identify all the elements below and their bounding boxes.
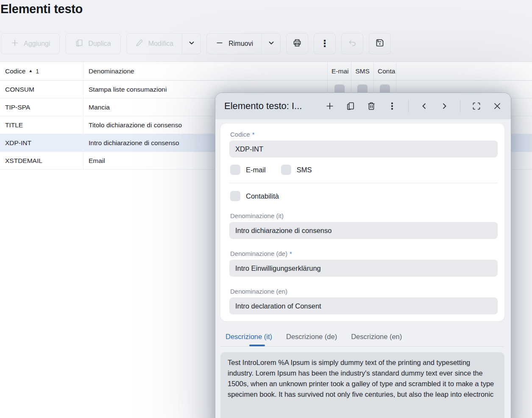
codice-input[interactable]: XDP-INT <box>229 140 498 157</box>
checkbox-row-contabilita: Contabilità <box>230 191 498 201</box>
description-textarea[interactable]: Test IntroLorem %A Ipsum is simply dummy… <box>220 352 504 418</box>
pencil-icon <box>135 39 144 49</box>
dialog-title: Elemento testo: I... <box>224 101 302 112</box>
cell-codice: XSTDEMAIL <box>0 152 84 169</box>
den-de-field: Denominazione (de)* Intro Einwilligungse… <box>229 250 498 277</box>
den-en-input[interactable]: Intro declaration of Consent <box>229 297 498 314</box>
cell-codice: XDP-INT <box>0 134 84 151</box>
contabilita-checkbox-label: Contabilità <box>246 192 279 200</box>
chevron-down-icon <box>267 39 275 48</box>
checkbox-icon[interactable] <box>230 165 240 175</box>
chevron-right-icon[interactable] <box>440 102 448 110</box>
plus-icon[interactable] <box>325 101 334 111</box>
den-it-input[interactable]: Intro dichiarazione di consenso <box>229 222 498 239</box>
header-divider <box>408 100 409 112</box>
grid-header-row: Codice ▲ 1 Denominazione E-mai SMS Conta <box>0 62 532 81</box>
checkbox-row-email-sms: E-mail SMS <box>230 165 498 175</box>
more-options-button[interactable]: ⋮ <box>314 33 336 54</box>
edit-button-label: Modifica <box>148 40 174 48</box>
copy-icon <box>75 39 84 49</box>
checkbox-icon[interactable] <box>281 165 291 175</box>
cell-codice: TITLE <box>0 116 84 134</box>
trash-icon[interactable] <box>367 101 376 111</box>
duplicate-button[interactable]: Duplica <box>65 33 120 54</box>
column-header-contabilita[interactable]: Conta <box>374 62 396 80</box>
save-icon <box>375 38 384 49</box>
edit-dropdown-button[interactable] <box>182 34 201 54</box>
header-divider <box>460 100 460 112</box>
edit-button[interactable]: Modifica <box>127 34 182 54</box>
sms-checkbox-item: SMS <box>281 165 312 175</box>
kebab-icon: ⋮ <box>320 39 329 48</box>
tab-descrizione-en[interactable]: Descrizione (en) <box>351 333 402 346</box>
email-checkbox-label: E-mail <box>246 166 266 174</box>
den-en-field: Denominazione (en) Intro declaration of … <box>229 288 498 314</box>
den-de-label: Denominazione (de)* <box>230 250 498 257</box>
required-marker: * <box>252 131 255 138</box>
fullscreen-icon[interactable] <box>472 101 481 111</box>
sms-checkbox-label: SMS <box>297 166 312 174</box>
den-de-input[interactable]: Intro Einwilligungserklärung <box>229 260 498 277</box>
close-icon[interactable] <box>493 101 502 111</box>
dialog-header: Elemento testo: I... <box>215 93 511 119</box>
copy-icon[interactable] <box>346 101 355 111</box>
chevron-down-icon <box>188 39 195 48</box>
minus-icon <box>215 39 224 49</box>
toolbar: Aggiungi Duplica Modifica Rimuovi <box>1 33 391 54</box>
page-title: Elementi testo <box>0 2 83 16</box>
description-tabs: Descrizione (it) Descrizione (de) Descri… <box>215 321 511 346</box>
print-button[interactable] <box>286 33 308 54</box>
column-header-filler <box>396 62 532 80</box>
dialog-header-actions <box>325 100 502 112</box>
edit-split-button: Modifica <box>126 33 201 54</box>
remove-button[interactable]: Rimuovi <box>207 34 262 54</box>
codice-field-label: Codice* <box>230 131 498 138</box>
card-divider <box>229 183 498 183</box>
plus-icon <box>11 39 19 49</box>
add-button[interactable]: Aggiungi <box>1 33 60 54</box>
undo-button[interactable] <box>341 33 363 54</box>
contabilita-checkbox-item: Contabilità <box>230 191 279 201</box>
tab-descrizione-de[interactable]: Descrizione (de) <box>286 333 337 346</box>
kebab-icon[interactable] <box>387 101 397 111</box>
sort-order-badge: 1 <box>36 68 39 75</box>
remove-button-label: Rimuovi <box>228 40 253 48</box>
add-button-label: Aggiungi <box>24 40 50 48</box>
column-header-denominazione[interactable]: Denominazione <box>84 62 328 80</box>
tab-descrizione-it[interactable]: Descrizione (it) <box>226 333 272 346</box>
column-header-codice[interactable]: Codice ▲ 1 <box>0 62 84 80</box>
duplicate-button-label: Duplica <box>88 40 111 48</box>
tabs-baseline <box>220 346 504 347</box>
column-header-email[interactable]: E-mai <box>328 62 351 80</box>
undo-icon <box>348 38 357 49</box>
column-header-sms[interactable]: SMS <box>351 62 374 80</box>
sort-asc-icon: ▲ <box>28 68 33 73</box>
printer-icon <box>292 38 302 49</box>
detail-dialog: Elemento testo: I... <box>215 93 511 418</box>
save-button[interactable] <box>369 33 391 54</box>
required-marker: * <box>290 250 292 257</box>
chevron-left-icon[interactable] <box>420 102 429 110</box>
den-en-label: Denominazione (en) <box>230 288 498 295</box>
cell-codice: CONSUM <box>0 81 84 98</box>
email-checkbox-item: E-mail <box>230 165 266 175</box>
active-tab-indicator <box>249 345 265 346</box>
remove-dropdown-button[interactable] <box>262 34 280 54</box>
den-it-label: Denominazione (it) <box>230 212 498 219</box>
remove-split-button: Rimuovi <box>206 33 281 54</box>
column-header-codice-label: Codice <box>5 67 25 75</box>
cell-codice: TIP-SPA <box>0 98 84 116</box>
den-it-field: Denominazione (it) Intro dichiarazione d… <box>229 212 498 239</box>
dialog-form-card: Codice* XDP-INT E-mail SMS Contabilità D… <box>220 123 504 321</box>
checkbox-icon[interactable] <box>230 191 240 201</box>
